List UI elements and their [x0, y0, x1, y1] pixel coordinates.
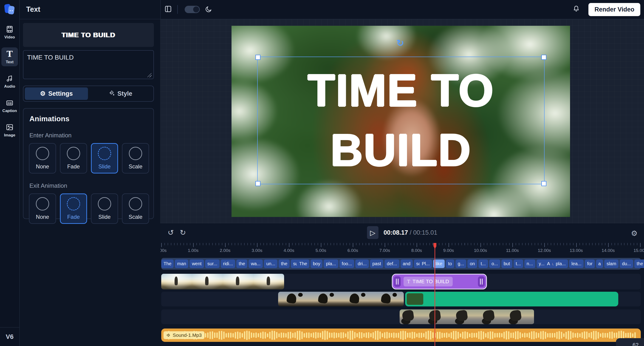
soccer-thumbnail [372, 292, 404, 306]
resize-handle-bottom-left[interactable] [256, 181, 260, 186]
caption-group: Pl...liketog...ont...o...butt...n...y...… [420, 259, 559, 268]
caption-word-chip[interactable]: lea... [569, 259, 584, 268]
caption-word-chip[interactable]: foo... [340, 259, 354, 268]
timeline-ruler[interactable]: 0.00s1.00s2.00s3.00s4.00s5.00s6.00s7.00s… [161, 243, 641, 254]
soccer-video-clip[interactable] [278, 292, 404, 306]
music-note-icon [6, 75, 14, 82]
audio-clip[interactable]: Sound-1.Mp3 [161, 328, 641, 342]
clip-trim-handle-right[interactable] [478, 276, 485, 287]
caption-word-chip[interactable]: for [585, 259, 594, 268]
caption-word-chip[interactable]: but [501, 259, 512, 268]
text-icon: T [407, 279, 410, 284]
animation-option-scale[interactable]: Scale [122, 194, 149, 224]
text-content-input[interactable]: TIME TO BUILD [23, 50, 154, 79]
caption-word-chip[interactable]: and [400, 259, 413, 268]
clip-trim-handle-left[interactable] [394, 276, 401, 287]
app-logo-icon[interactable] [4, 3, 15, 15]
caption-word-chip[interactable]: slam [604, 259, 618, 268]
play-button[interactable]: ▷ [367, 226, 378, 239]
caption-word-chip[interactable]: the [236, 259, 247, 268]
animation-circle-icon [129, 197, 142, 211]
primary-nav: Video T Text Audio Caption [0, 23, 19, 139]
cycling-video-clip[interactable] [400, 309, 534, 324]
caption-word-chip[interactable]: t... [478, 259, 488, 268]
render-video-button[interactable]: Render Video [588, 3, 640, 16]
resize-handle-bottom-right[interactable] [541, 181, 546, 186]
caption-word-chip[interactable]: to [446, 259, 454, 268]
sidebar-item-audio[interactable]: Audio [2, 72, 18, 91]
caption-word-chip[interactable]: o... [489, 259, 500, 268]
textarea-resize-handle[interactable] [148, 73, 152, 77]
text-selection-box[interactable]: TIME TO BUILD [257, 57, 544, 184]
time-to-build-text-clip[interactable]: TTIME TO BUILD [392, 274, 487, 289]
overlay-text-line2[interactable]: BUILD [330, 120, 472, 180]
animation-option-scale[interactable]: Scale [122, 143, 149, 174]
timeline-settings-gear-icon[interactable]: ⚙ [631, 229, 638, 238]
theme-toggle[interactable] [185, 6, 200, 13]
caption-word-chip[interactable]: on [468, 259, 477, 268]
video-preview-frame[interactable]: TIME TO BUILD ↻ [232, 26, 570, 217]
resize-handle-top-right[interactable] [541, 55, 546, 60]
caption-word-chip[interactable]: The [297, 259, 309, 268]
green-image-clip[interactable] [405, 292, 618, 306]
caption-word-chip[interactable]: pla... [554, 259, 568, 268]
caption-word-chip[interactable]: du... [620, 259, 633, 268]
animation-option-fade[interactable]: Fade [60, 143, 87, 174]
caption-word-chip[interactable]: wa... [248, 259, 263, 268]
redo-icon[interactable]: ↻ [178, 228, 188, 237]
surfer-video-clip[interactable] [161, 274, 284, 289]
caption-word-chip[interactable]: went [190, 259, 204, 268]
animation-circle-icon [67, 147, 80, 160]
caption-word-chip[interactable]: the [634, 259, 644, 268]
animation-option-label: Slide [98, 163, 110, 170]
ruler-label: 2.00s [220, 248, 230, 253]
caption-word-chip[interactable]: ridi... [221, 259, 235, 268]
playhead[interactable] [434, 243, 435, 346]
total-time: 00:15.01 [413, 229, 437, 236]
preview-canvas[interactable]: TIME TO BUILD ↻ [160, 19, 644, 223]
animation-option-label: None [36, 163, 49, 170]
sidebar-item-image[interactable]: Image [2, 121, 18, 139]
animation-option-fade[interactable]: Fade [60, 194, 87, 224]
animation-option-slide[interactable]: Slide [91, 194, 118, 224]
caption-word-chip[interactable]: a [596, 259, 603, 268]
text-tool-panel: Text TIME TO BUILD TIME TO BUILD ⚙ Setti… [20, 0, 161, 346]
undo-icon[interactable]: ↺ [166, 228, 175, 237]
caption-word-chip[interactable]: the [278, 259, 290, 268]
caption-word-chip[interactable]: t... [514, 259, 523, 268]
caption-word-chip[interactable]: g... [456, 259, 466, 268]
animation-option-none[interactable]: None [29, 194, 56, 224]
resize-handle-top-left[interactable] [256, 55, 260, 60]
toggle-sidebar-icon[interactable] [164, 5, 172, 14]
notifications-bell-icon[interactable] [572, 5, 580, 14]
caption-word-chip[interactable]: dri... [355, 259, 369, 268]
caption-word-chip[interactable]: A [544, 259, 552, 268]
caption-word-chip[interactable]: Pl... [420, 259, 432, 268]
caption-word-chip[interactable]: pla... [324, 259, 338, 268]
caption-word-chip[interactable]: The [161, 259, 174, 268]
animation-option-none[interactable]: None [29, 143, 56, 174]
text-style-preview[interactable]: TIME TO BUILD [23, 23, 154, 47]
animation-option-slide[interactable]: Slide [91, 143, 118, 174]
exit-animation-options: NoneFadeSlideScale [29, 194, 154, 224]
overlay-text-line1[interactable]: TIME TO [308, 61, 494, 120]
clip-thumbnail [407, 293, 423, 305]
tab-style[interactable]: Style [89, 87, 152, 100]
caption-word-chip[interactable]: def... [384, 259, 399, 268]
video-editor-app: Video T Text Audio Caption [0, 0, 644, 346]
surf-thumbnail [253, 274, 284, 289]
caption-word-chip[interactable]: past [370, 259, 383, 268]
animation-circle-icon [36, 147, 49, 160]
tab-settings[interactable]: ⚙ Settings [25, 87, 88, 100]
caption-word-chip[interactable]: sur... [205, 259, 220, 268]
caption-word-chip[interactable]: un... [264, 259, 278, 268]
sidebar-item-text[interactable]: T Text [2, 47, 18, 66]
sidebar-item-caption[interactable]: Caption [2, 97, 18, 115]
caption-word-chip[interactable]: boy [310, 259, 322, 268]
sidebar-item-video[interactable]: Video [2, 23, 18, 41]
sidebar-item-label: Image [4, 133, 15, 137]
caption-word-chip[interactable]: man [175, 259, 188, 268]
rotate-handle-icon[interactable]: ↻ [396, 38, 404, 48]
caption-word-chip[interactable]: n... [524, 259, 535, 268]
animation-circle-icon [129, 147, 142, 160]
